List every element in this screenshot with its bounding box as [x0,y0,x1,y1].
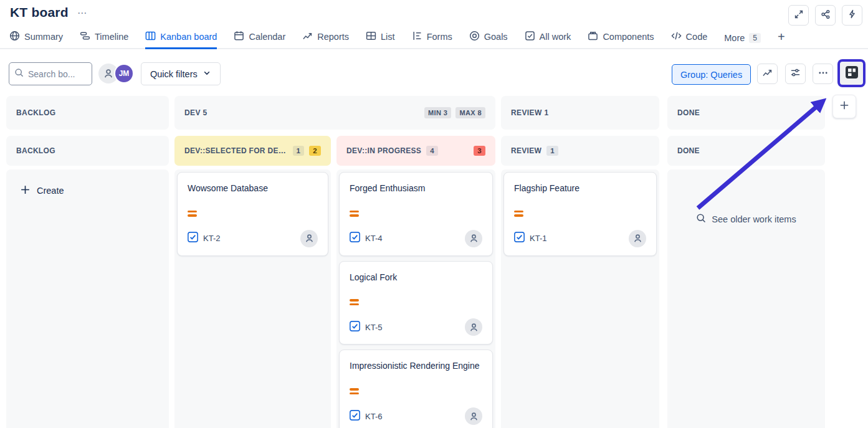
in-progress-column: Forged Enthusiasm KT-4 Logical Fork KT-5… [336,169,495,428]
priority-medium-icon [188,211,197,217]
share-icon [821,9,831,22]
board-config-button[interactable] [840,62,863,85]
limit-violation-badge: 3 [474,146,485,156]
min-count-badge: 1 [293,146,305,156]
search-input[interactable] [28,69,84,79]
search-icon [14,68,24,80]
column-header-review[interactable]: REVIEW 1 [501,96,659,130]
priority-medium-icon [350,211,359,217]
column-header-dev[interactable]: DEV 5 MIN 3 MAX 8 [174,96,495,130]
see-older-work-items-link[interactable]: See older work items [670,213,823,226]
board-config-icon [846,66,858,81]
share-button[interactable] [815,5,836,26]
automation-button[interactable] [842,5,862,26]
review-column: Flagship Feature KT-1 [501,169,659,428]
search-board[interactable] [9,62,92,85]
forms-icon [412,31,422,43]
subcolumn-header-in-progress[interactable]: DEV::IN PROGRESS 4 3 [336,136,495,166]
backlog-column: Create [6,169,169,428]
card-key: KT-1 [530,234,546,243]
subcolumn-header-selected-for-development[interactable]: DEV::SELECTED FOR DEVELO... 1 2 [174,136,331,166]
card-key: KT-4 [365,234,382,243]
board-toolbar: JM Quick filters Group: Queries [0,61,868,87]
selected-for-development-column: Wowsome Database KT-2 [174,169,331,428]
view-settings-icon [790,67,801,80]
column-header-backlog[interactable]: BACKLOG [6,96,169,130]
plus-icon [20,184,31,197]
create-button[interactable]: Create [9,172,166,197]
list-icon [366,31,376,43]
calendar-icon [234,31,244,43]
priority-medium-icon [350,299,359,305]
task-type-icon [350,410,360,423]
user-avatar-jm[interactable]: JM [114,64,134,83]
ellipsis-icon [818,68,828,80]
assignee-avatar[interactable] [465,230,482,247]
tab-summary[interactable]: Summary [9,31,63,48]
tab-components[interactable]: Components [588,31,654,48]
components-icon [588,31,598,43]
quick-filters-dropdown[interactable]: Quick filters [141,62,221,85]
insights-icon [762,67,773,80]
tab-timeline[interactable]: Timeline [80,31,128,48]
subcolumn-header-review[interactable]: REVIEW 1 [501,136,659,166]
tab-forms[interactable]: Forms [412,31,452,48]
priority-medium-icon [514,211,523,217]
lightning-icon [847,9,857,21]
plus-icon [839,100,850,113]
card-kt-5[interactable]: Logical Fork KT-5 [339,261,493,345]
card-kt-2[interactable]: Wowsome Database KT-2 [177,172,328,256]
task-type-icon [350,321,360,334]
tab-more[interactable]: More5 [724,33,761,48]
min-limit-badge: MIN 3 [424,107,451,118]
tab-goals[interactable]: Goals [469,31,508,48]
task-type-icon [188,232,198,245]
count-badge: 2 [309,146,321,156]
tab-all-work[interactable]: All work [525,31,571,48]
task-type-icon [514,232,525,245]
task-type-icon [350,232,360,245]
card-kt-1[interactable]: Flagship Feature KT-1 [503,172,657,256]
insights-button[interactable] [757,64,778,84]
board-icon [145,31,156,43]
card-key: KT-2 [203,234,220,243]
group-queries-button[interactable]: Group: Queries [672,64,751,85]
priority-medium-icon [350,388,359,394]
assignee-avatar[interactable] [300,230,318,247]
add-column-button[interactable] [832,95,856,118]
card-kt-4[interactable]: Forged Enthusiasm KT-4 [339,172,493,256]
tab-calendar[interactable]: Calendar [234,31,285,48]
view-settings-button[interactable] [785,64,806,84]
more-actions-button[interactable] [813,64,833,84]
view-tabs: Summary Timeline Kanban board Calendar R… [0,29,868,49]
count-badge: 4 [426,146,438,156]
column-header-done[interactable]: DONE [667,96,825,130]
tab-kanban-board[interactable]: Kanban board [145,31,217,49]
subcolumn-header-backlog[interactable]: BACKLOG [6,136,169,166]
add-view-tab[interactable]: + [778,30,785,48]
all-work-icon [525,31,535,43]
subcolumn-header-done[interactable]: DONE [667,136,825,166]
tab-reports[interactable]: Reports [302,31,349,48]
assignee-avatar[interactable] [465,407,482,425]
assignee-avatar[interactable] [629,230,646,247]
card-key: KT-6 [365,412,382,421]
expand-icon [794,9,804,22]
more-count-badge: 5 [749,33,761,43]
card-kt-6[interactable]: Impressionistic Rendering Engine KT-6 [339,350,493,428]
assignee-avatar[interactable] [465,318,482,336]
card-title: Impressionistic Rendering Engine [350,359,482,373]
tab-code[interactable]: Code [671,31,708,48]
card-title: Flagship Feature [514,182,646,196]
timeline-icon [80,31,90,43]
page-title: KT board [10,5,69,20]
globe-icon [9,31,20,43]
card-title: Logical Fork [350,271,482,285]
expand-button[interactable] [788,5,809,26]
done-column: See older work items [667,169,825,428]
plus-icon: + [778,30,785,44]
title-more-menu[interactable]: … [77,6,88,16]
kanban-board-page: KT board … Summary Timeline Kanban board… [0,0,868,428]
tab-list[interactable]: List [366,31,395,48]
reports-icon [302,31,313,43]
